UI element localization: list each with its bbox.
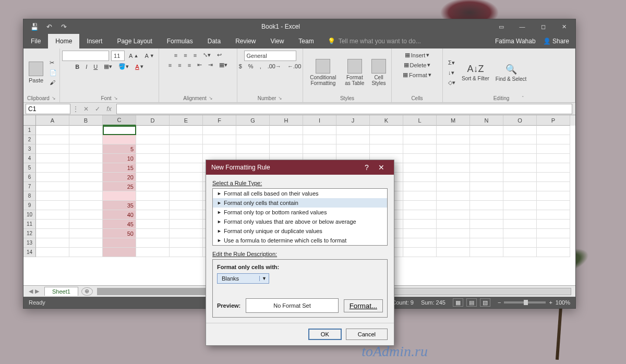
cell[interactable]	[36, 248, 69, 257]
cell[interactable]	[537, 135, 570, 144]
cell[interactable]	[103, 126, 136, 135]
sheet-nav-prev-icon[interactable]: ◀	[29, 288, 33, 295]
cell[interactable]	[236, 126, 270, 135]
cell[interactable]	[69, 201, 103, 210]
delete-cells-button[interactable]: ▦ Delete ▾	[402, 60, 433, 69]
cell[interactable]	[69, 163, 103, 173]
column-header[interactable]: I	[303, 115, 336, 126]
fill-color-icon[interactable]: 🪣▾	[116, 62, 131, 71]
cell[interactable]	[69, 154, 103, 163]
cell[interactable]	[503, 182, 537, 191]
number-format-combo[interactable]: General	[244, 51, 296, 61]
rule-type-item[interactable]: ►Format only top or bottom ranked values	[213, 208, 387, 217]
cell[interactable]	[136, 126, 170, 135]
cell[interactable]: 10	[103, 154, 136, 163]
row-header[interactable]: 6	[23, 173, 36, 182]
cell[interactable]	[36, 201, 69, 210]
format-painter-icon[interactable]: 🖌	[47, 78, 59, 87]
cell[interactable]	[69, 144, 103, 154]
cell[interactable]	[437, 238, 470, 248]
save-icon[interactable]: 💾	[29, 21, 40, 32]
cell[interactable]	[403, 135, 437, 144]
align-top-icon[interactable]: ≡	[172, 51, 179, 59]
cell[interactable]	[136, 182, 170, 191]
cell[interactable]	[503, 229, 537, 238]
cells-with-combo[interactable]: Blanks ▼	[217, 273, 269, 284]
cell[interactable]	[503, 173, 537, 182]
cancel-button[interactable]: Cancel	[346, 329, 388, 340]
cell[interactable]	[537, 173, 570, 182]
cell[interactable]	[36, 220, 69, 229]
cell[interactable]	[270, 126, 303, 135]
cell[interactable]	[36, 144, 69, 154]
rule-type-item[interactable]: ►Format all cells based on their values	[213, 189, 387, 198]
cell[interactable]	[537, 201, 570, 210]
menu-tab-home[interactable]: Home	[48, 34, 79, 48]
cell[interactable]	[136, 210, 170, 220]
cell[interactable]	[503, 238, 537, 248]
cell[interactable]	[437, 144, 470, 154]
cell[interactable]	[537, 154, 570, 163]
column-header[interactable]: N	[470, 115, 503, 126]
cell[interactable]	[503, 154, 537, 163]
add-sheet-button[interactable]: ⊕	[81, 287, 93, 296]
column-header[interactable]: B	[69, 115, 103, 126]
cell[interactable]	[403, 248, 437, 257]
cell[interactable]	[69, 126, 103, 135]
cell[interactable]	[503, 220, 537, 229]
cell[interactable]: 40	[103, 210, 136, 220]
cell[interactable]	[170, 135, 203, 144]
cell[interactable]	[170, 248, 203, 257]
cell[interactable]	[136, 135, 170, 144]
cell[interactable]	[203, 135, 236, 144]
bold-button[interactable]: B	[73, 63, 81, 71]
close-icon[interactable]: ✕	[555, 19, 573, 34]
zoom-level[interactable]: 100%	[556, 299, 570, 306]
shrink-font-icon[interactable]: A▼	[143, 52, 156, 60]
row-header[interactable]: 10	[23, 210, 36, 220]
cell[interactable]	[370, 144, 403, 154]
cell[interactable]	[69, 182, 103, 191]
cell[interactable]	[437, 220, 470, 229]
cell[interactable]	[170, 173, 203, 182]
row-header[interactable]: 3	[23, 144, 36, 154]
cell[interactable]	[36, 182, 69, 191]
column-header[interactable]: C	[103, 115, 136, 126]
cell[interactable]	[170, 154, 203, 163]
autosum-icon[interactable]: Σ▾	[446, 58, 458, 67]
cell[interactable]	[437, 135, 470, 144]
cell[interactable]	[203, 126, 236, 135]
cell[interactable]	[103, 191, 136, 201]
cell[interactable]	[437, 154, 470, 163]
cell[interactable]	[336, 135, 370, 144]
menu-tab-data[interactable]: Data	[200, 34, 228, 48]
column-header[interactable]: H	[270, 115, 303, 126]
cell[interactable]	[103, 238, 136, 248]
cell[interactable]	[170, 238, 203, 248]
ok-button[interactable]: OK	[308, 329, 342, 340]
undo-icon[interactable]: ↶	[43, 21, 55, 32]
ribbon-options-icon[interactable]: ▭	[492, 19, 511, 34]
cell[interactable]	[303, 126, 336, 135]
cell[interactable]	[69, 220, 103, 229]
name-box[interactable]: C1	[26, 104, 70, 114]
cell[interactable]	[470, 182, 503, 191]
cell[interactable]: 25	[103, 182, 136, 191]
cut-icon[interactable]: ✂	[47, 58, 59, 67]
cell[interactable]	[36, 238, 69, 248]
cell[interactable]	[136, 173, 170, 182]
cell[interactable]	[503, 163, 537, 173]
cell[interactable]	[36, 229, 69, 238]
cell[interactable]	[537, 126, 570, 135]
view-pagebreak-icon[interactable]: ▧	[480, 298, 490, 307]
cell[interactable]	[503, 126, 537, 135]
cell[interactable]	[537, 248, 570, 257]
cell[interactable]	[537, 144, 570, 154]
menu-tab-formulas[interactable]: Formulas	[160, 34, 200, 48]
cell[interactable]	[403, 173, 437, 182]
cell[interactable]	[170, 144, 203, 154]
indent-out-icon[interactable]: ⇤	[195, 60, 204, 69]
row-header[interactable]: 1	[23, 126, 36, 135]
font-name-combo[interactable]	[62, 51, 109, 61]
row-header[interactable]: 7	[23, 182, 36, 191]
